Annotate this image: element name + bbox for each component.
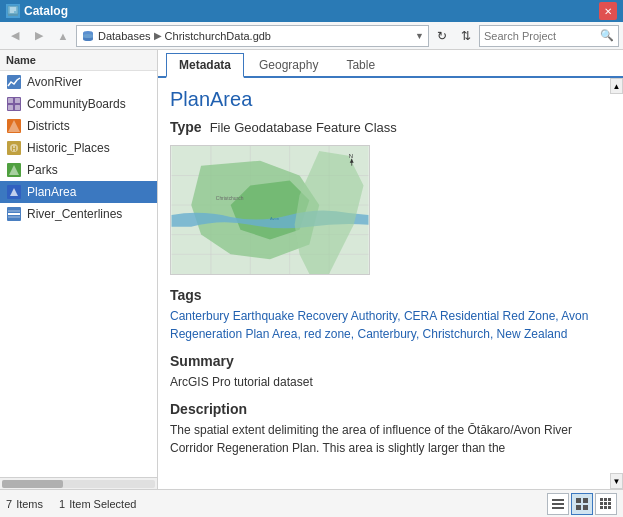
tab-metadata[interactable]: Metadata xyxy=(166,53,244,78)
sort-button[interactable]: ⇅ xyxy=(455,25,477,47)
back-button[interactable]: ◀ xyxy=(4,25,26,47)
svg-rect-42 xyxy=(552,499,564,501)
svg-text:Avon: Avon xyxy=(270,216,279,221)
address-dropdown[interactable]: ▼ xyxy=(415,31,424,41)
svg-rect-12 xyxy=(15,98,20,103)
tab-geography[interactable]: Geography xyxy=(246,53,331,76)
window-title: Catalog xyxy=(24,4,599,18)
sidebar-scrollbar[interactable] xyxy=(0,477,157,489)
search-icon[interactable]: 🔍 xyxy=(600,29,614,42)
type-value: File Geodatabase Feature Class xyxy=(210,120,397,135)
feature-title: PlanArea xyxy=(170,88,611,111)
sidebar-item-planarea[interactable]: PlanArea xyxy=(0,181,157,203)
content-body: ▲ PlanArea Type File Geodatabase Feature… xyxy=(158,78,623,489)
description-value: The spatial extent delimiting the area o… xyxy=(170,421,611,457)
grid-view-button[interactable] xyxy=(595,493,617,515)
sidebar: Name AvonRiver xyxy=(0,50,158,489)
toolbar: ◀ ▶ ▲ Databases ▶ ChristchurchData.gdb ▼… xyxy=(0,22,623,50)
sidebar-item-label: PlanArea xyxy=(27,185,76,199)
svg-rect-55 xyxy=(600,506,603,509)
svg-text:N: N xyxy=(349,153,353,159)
view-buttons xyxy=(547,493,617,515)
svg-rect-14 xyxy=(15,105,20,110)
rivercenterlines-icon xyxy=(6,206,22,222)
tags-value: Canterbury Earthquake Recovery Authority… xyxy=(170,307,611,343)
catalog-icon xyxy=(6,4,20,18)
svg-rect-51 xyxy=(608,498,611,501)
sidebar-item-label: AvonRiver xyxy=(27,75,82,89)
svg-rect-46 xyxy=(583,498,588,503)
svg-rect-44 xyxy=(552,507,564,509)
sidebar-list: AvonRiver CommunityBoards xyxy=(0,71,157,477)
map-preview: Christchurch Avon N xyxy=(170,145,370,275)
svg-rect-57 xyxy=(608,506,611,509)
close-button[interactable]: ✕ xyxy=(599,2,617,20)
svg-rect-52 xyxy=(600,502,603,505)
sidebar-item-avonriver[interactable]: AvonRiver xyxy=(0,71,157,93)
summary-header: Summary xyxy=(170,353,611,369)
database-icon xyxy=(81,29,95,43)
items-count: 7 xyxy=(6,498,12,510)
content-panel: Metadata Geography Table ▲ PlanArea Type… xyxy=(158,50,623,489)
svg-rect-1 xyxy=(8,14,18,16)
historicplaces-icon: H xyxy=(6,140,22,156)
status-items: 7 Items 1 Item Selected xyxy=(6,498,547,510)
list-view-icon xyxy=(551,497,565,511)
svg-rect-11 xyxy=(8,98,13,103)
sidebar-item-parks[interactable]: Parks xyxy=(0,159,157,181)
svg-rect-43 xyxy=(552,503,564,505)
svg-rect-49 xyxy=(600,498,603,501)
address-part1: Databases xyxy=(98,30,151,42)
status-bar: 7 Items 1 Item Selected xyxy=(0,489,623,517)
address-sep1: ▶ xyxy=(154,30,162,41)
communityboards-icon xyxy=(6,96,22,112)
planarea-icon xyxy=(6,184,22,200)
avonriver-icon xyxy=(6,74,22,90)
refresh-button[interactable]: ↻ xyxy=(431,25,453,47)
list-view-button[interactable] xyxy=(547,493,569,515)
sidebar-scroll-track xyxy=(2,480,155,488)
search-box: 🔍 xyxy=(479,25,619,47)
scroll-up-button[interactable]: ▲ xyxy=(610,78,623,94)
grid-view-icon xyxy=(599,497,613,511)
address-bar: Databases ▶ ChristchurchData.gdb ▼ xyxy=(76,25,429,47)
type-label: Type xyxy=(170,119,202,135)
svg-rect-48 xyxy=(583,505,588,510)
sidebar-item-label: CommunityBoards xyxy=(27,97,126,111)
sidebar-header: Name xyxy=(0,50,157,71)
items-label: Items xyxy=(16,498,43,510)
scroll-down-button[interactable]: ▼ xyxy=(610,473,623,489)
sidebar-item-districts[interactable]: Districts xyxy=(0,115,157,137)
svg-rect-45 xyxy=(576,498,581,503)
sidebar-item-label: Historic_Places xyxy=(27,141,110,155)
svg-rect-47 xyxy=(576,505,581,510)
selected-count: 1 xyxy=(59,498,65,510)
svg-text:Christchurch: Christchurch xyxy=(216,196,244,201)
tags-header: Tags xyxy=(170,287,611,303)
svg-point-8 xyxy=(83,34,93,38)
summary-value: ArcGIS Pro tutorial dataset xyxy=(170,373,611,391)
details-view-button[interactable] xyxy=(571,493,593,515)
main-layout: Name AvonRiver xyxy=(0,50,623,489)
description-section: Description The spatial extent delimitin… xyxy=(170,401,611,457)
up-button[interactable]: ▲ xyxy=(52,25,74,47)
content-tabs: Metadata Geography Table xyxy=(158,50,623,78)
parks-icon xyxy=(6,162,22,178)
svg-rect-13 xyxy=(8,105,13,110)
svg-rect-53 xyxy=(604,502,607,505)
sidebar-item-historicplaces[interactable]: H Historic_Places xyxy=(0,137,157,159)
forward-button[interactable]: ▶ xyxy=(28,25,50,47)
description-header: Description xyxy=(170,401,611,417)
sidebar-item-label: Parks xyxy=(27,163,58,177)
type-row: Type File Geodatabase Feature Class xyxy=(170,119,611,135)
sidebar-item-label: Districts xyxy=(27,119,70,133)
sidebar-item-rivercenterlines[interactable]: River_Centerlines xyxy=(0,203,157,225)
sidebar-item-communityboards[interactable]: CommunityBoards xyxy=(0,93,157,115)
sidebar-item-label: River_Centerlines xyxy=(27,207,122,221)
svg-rect-56 xyxy=(604,506,607,509)
search-input[interactable] xyxy=(484,30,600,42)
tab-table[interactable]: Table xyxy=(333,53,388,76)
svg-text:H: H xyxy=(11,145,16,152)
summary-section: Summary ArcGIS Pro tutorial dataset xyxy=(170,353,611,391)
svg-rect-54 xyxy=(608,502,611,505)
